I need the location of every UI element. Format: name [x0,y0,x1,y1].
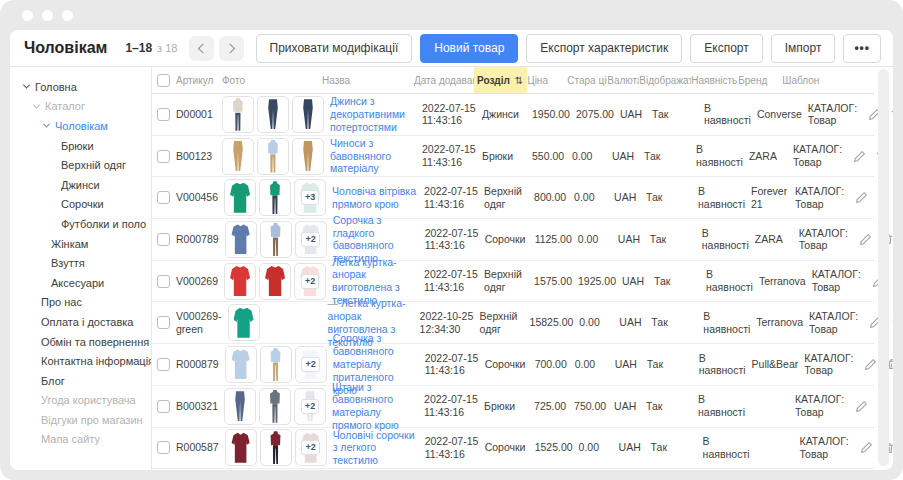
product-photo[interactable] [257,96,289,133]
product-name-link[interactable]: Чиноси з бавовняного матеріалу [330,137,391,175]
more-photos-thumb[interactable]: +2 [295,346,327,383]
column-header-date[interactable]: Дата додавання [414,67,474,93]
export-characteristics-button[interactable]: Експорт характеристик [526,34,682,63]
sidebar-item-2[interactable]: Чоловікам [10,116,151,136]
sidebar-item-7[interactable]: Футболки и поло [10,214,151,234]
delete-icon[interactable] [890,107,893,121]
column-header-section[interactable]: Розділ⇅ [474,67,527,93]
product-photo[interactable] [260,346,292,383]
product-name-link[interactable]: Джинси з декоративними потертостями [330,95,405,133]
sidebar-item-14[interactable]: Контактна інформація [10,351,151,371]
export-button[interactable]: Експорт [690,34,762,63]
next-page-button[interactable] [219,36,244,61]
sidebar-item-10[interactable]: Аксесуари [10,273,151,293]
sidebar-item-11[interactable]: Про нас [10,293,151,313]
new-product-button[interactable]: Новий товар [420,34,518,63]
column-header-name[interactable]: Назва [322,67,414,93]
column-header-display[interactable]: Відображати [639,67,691,93]
sidebar-item-6[interactable]: Сорочки [10,195,151,215]
product-photo[interactable] [292,96,324,133]
more-actions-button[interactable]: ••• [843,34,881,63]
sidebar-item-0[interactable]: Головна [10,77,151,97]
more-photos-thumb[interactable]: +3 [294,179,326,216]
sidebar-item-1[interactable]: Каталог [10,97,151,117]
column-header-sku[interactable]: Артикул [176,67,222,93]
product-photo[interactable] [292,138,324,175]
hide-modifications-button[interactable]: Приховати модифікації [256,34,413,63]
product-photo[interactable] [225,346,257,383]
column-header-currency[interactable]: Валюта [607,67,639,93]
product-photo[interactable] [259,388,291,425]
time-added: 11:43:16 [424,198,478,211]
cell-photo: +2 [225,429,333,466]
cell-display: Так [652,108,704,121]
row-checkbox[interactable] [157,275,170,288]
main-area: ГоловнаКаталогЧоловікамБрюкиВерхній одяг… [10,67,893,470]
product-photo[interactable] [222,96,254,133]
product-photo[interactable] [222,138,254,175]
row-checkbox[interactable] [157,441,170,454]
edit-icon[interactable] [853,150,866,163]
product-name-link[interactable]: Чоловіча вітрівка прямого крою [332,185,416,210]
product-name-link[interactable]: Штани з бавовняного матеріалу прямого кр… [332,381,399,431]
product-photo[interactable] [225,221,257,258]
garment-shape [263,140,284,173]
product-photo[interactable] [260,429,292,466]
sidebar-item-3[interactable]: Брюки [10,136,151,156]
sort-icon[interactable]: ⇅ [515,75,523,86]
sidebar-item-label: Блог [41,375,65,387]
window-control-dot [62,10,73,21]
sidebar-item-17[interactable]: Відгуки про магазин [10,410,151,430]
more-photos-thumb[interactable]: +2 [294,388,326,425]
sidebar-item-9[interactable]: Взуття [10,253,151,273]
edit-icon[interactable] [860,441,873,454]
sidebar-item-13[interactable]: Обмін та повернення [10,332,151,352]
row-checkbox[interactable] [157,316,170,329]
scrollbar-track[interactable] [878,69,889,466]
product-photo[interactable] [257,138,289,175]
more-photos-thumb[interactable]: +2 [295,221,327,258]
delete-icon[interactable] [891,316,893,330]
row-checkbox[interactable] [157,108,170,121]
more-photos-thumb[interactable]: +2 [295,429,327,466]
column-header-template[interactable]: Шаблон [782,67,842,93]
product-name-link[interactable]: Чоловічі сорочки з легкого текстилю [333,429,415,467]
product-photo[interactable] [228,304,260,341]
product-photo[interactable] [260,221,292,258]
edit-icon[interactable] [855,400,868,413]
column-header-old_price[interactable]: Стара ціна [567,67,607,93]
edit-icon[interactable] [859,233,872,246]
pagination: 1–18 з 18 [125,36,244,61]
row-checkbox[interactable] [157,233,170,246]
prev-page-button[interactable] [189,36,214,61]
column-header-brand[interactable]: Бренд [738,67,782,93]
product-photo[interactable] [259,179,291,216]
product-photos [222,138,324,175]
product-photo[interactable] [259,263,291,300]
sidebar-item-18[interactable]: Мапа сайту [10,430,151,450]
edit-icon[interactable] [855,191,868,204]
sidebar-item-5[interactable]: Джинси [10,175,151,195]
row-checkbox[interactable] [157,358,170,371]
product-photo[interactable] [225,429,257,466]
product-photo[interactable] [224,263,256,300]
sidebar-item-15[interactable]: Блог [10,371,151,391]
product-photo[interactable] [224,388,256,425]
edit-icon[interactable] [864,358,877,371]
category-tree: ГоловнаКаталогЧоловікамБрюкиВерхній одяг… [10,67,151,470]
sidebar-item-12[interactable]: Оплата і доставка [10,312,151,332]
row-checkbox[interactable] [157,150,170,163]
sidebar-item-4[interactable]: Верхній одяг [10,155,151,175]
column-header-photo[interactable]: Фото [222,67,322,93]
import-button[interactable]: Імпорт [771,34,836,63]
select-all-checkbox[interactable] [157,74,170,87]
cell-section: Сорочки [485,358,535,371]
row-checkbox[interactable] [157,191,170,204]
column-header-availability[interactable]: Наявність [691,67,738,93]
sidebar-item-8[interactable]: Жінкам [10,234,151,254]
row-checkbox[interactable] [157,400,170,413]
product-photo[interactable] [224,179,256,216]
more-photos-thumb[interactable]: +2 [294,263,326,300]
column-header-price[interactable]: Ціна [527,67,567,93]
sidebar-item-16[interactable]: Угода користувача [10,391,151,411]
